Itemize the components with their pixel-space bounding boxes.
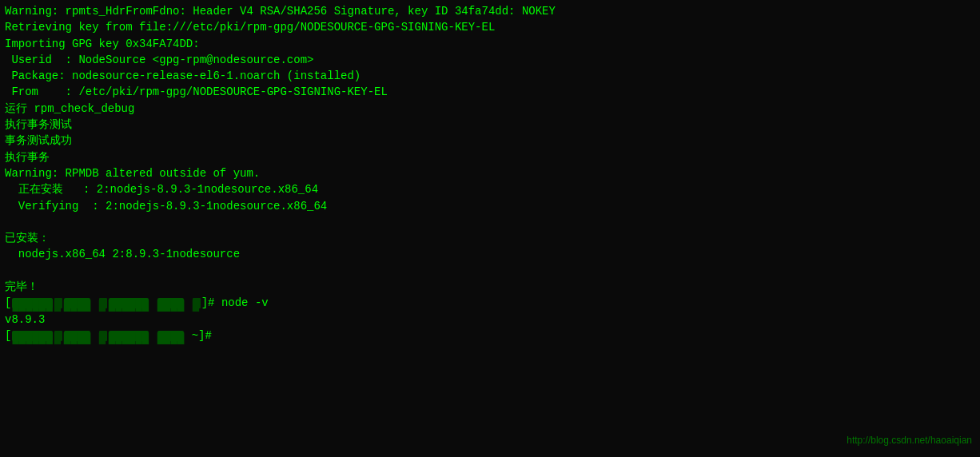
terminal-line: 正在安装 : 2:nodejs-8.9.3-1nodesource.x86_64 [5, 181, 975, 197]
redacted-sep2: █ [54, 331, 62, 341]
terminal-line: nodejs.x86_64 2:8.9.3-1nodesource [5, 246, 975, 262]
redacted-dot: █ [99, 298, 107, 308]
terminal-line: 执行事务测试 [5, 117, 975, 133]
terminal-window[interactable]: Warning: rpmts_HdrFromFdno: Header V4 RS… [0, 0, 980, 457]
terminal-line: From : /etc/pki/rpm-gpg/NODESOURCE-GPG-S… [5, 84, 975, 100]
terminal-line: Importing GPG key 0x34FA74DD: [5, 36, 975, 52]
terminal-line: Verifying : 2:nodejs-8.9.3-1nodesource.x… [5, 198, 975, 214]
terminal-line: 完毕！ [5, 279, 975, 295]
redacted-part3b: ████ [157, 331, 185, 341]
terminal-line: Retrieving key from file:///etc/pki/rpm-… [5, 19, 975, 35]
terminal-final-prompt: [███████████ ███████ ████ ~]# [5, 328, 975, 344]
terminal-line: Package: nodesource-release-el6-1.noarch… [5, 68, 975, 84]
redacted-host: ████ [64, 298, 91, 308]
redacted-part2: ██████ [109, 298, 149, 308]
redacted-dot2: █ [99, 331, 107, 341]
terminal-line-blank [5, 263, 975, 279]
redacted-part2b: ██████ [109, 331, 149, 341]
terminal-line-blank [5, 214, 975, 230]
redacted-tilde: █ [193, 298, 201, 308]
terminal-line: 已安装： [5, 230, 975, 246]
redacted-sep: █ [54, 298, 62, 308]
terminal-line: Userid : NodeSource <gpg-rpm@nodesource.… [5, 52, 975, 68]
redacted-part3: ████ [157, 298, 185, 308]
redacted-user: ██████ [12, 298, 52, 308]
terminal-line: 运行 rpm_check_debug [5, 101, 975, 117]
watermark: http://blog.csdn.net/haoaiqian [847, 435, 972, 446]
terminal-line: Warning: rpmts_HdrFromFdno: Header V4 RS… [5, 3, 975, 19]
terminal-line: Warning: RPMDB altered outside of yum. [5, 165, 975, 181]
redacted-host2: ████ [64, 331, 91, 341]
terminal-line: 执行事务 [5, 149, 975, 165]
terminal-prompt-line: [███████████ ███████ ████ █]# node -v [5, 295, 975, 311]
node-version-output: v8.9.3 [5, 312, 975, 328]
redacted-user2: ██████ [12, 331, 52, 341]
terminal-line: 事务测试成功 [5, 133, 975, 149]
command-text: node -v [221, 296, 269, 309]
